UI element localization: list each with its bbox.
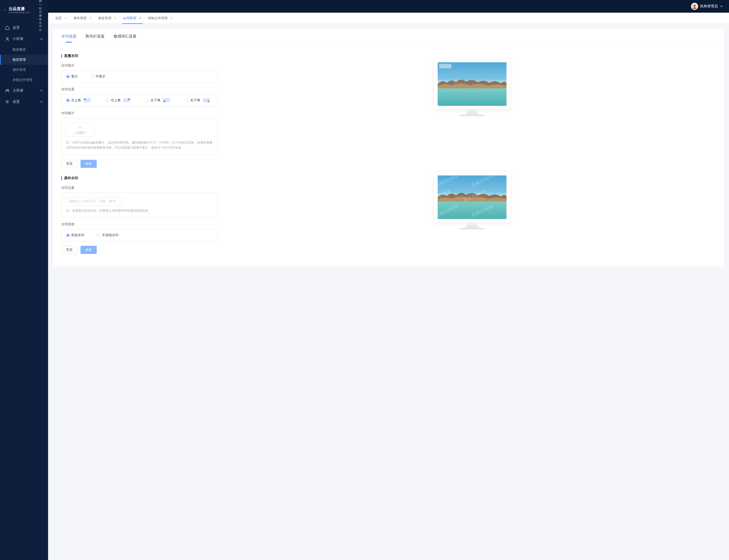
user-icon [5,37,10,41]
radio-add-no[interactable]: 不添加水印 [97,233,118,237]
radio-hide[interactable]: 不显示 [90,74,105,79]
brand-tagline: 教育机构一站 式服务云平台 [39,0,44,32]
thumb-bl-icon [163,98,170,102]
topbar: 机构管理员 [0,0,729,13]
cloud-icon [4,6,7,14]
inner-tabs: 水印设置 跑马灯设置 敏感词汇设置 [53,29,724,43]
field-position: 左上角 右上角 左下角 [61,94,218,106]
plus-icon: + [78,125,82,130]
watermark-text-input[interactable] [66,197,122,206]
radio-icon [66,98,70,102]
svg-point-2 [7,37,8,39]
nav-recording-mgmt[interactable]: 录制文件管理 [0,75,48,85]
label-addwm: 水印添加 [61,222,218,227]
inner-tab-marquee[interactable]: 跑马灯设置 [86,34,105,42]
field-wmtext: 注：若设置为添加水印，对直播上传的课件和生成的回放生效 [61,193,218,217]
label-position: 水印位置 [61,87,218,92]
radio-icon [185,98,189,102]
user-menu[interactable]: 机构管理员 [691,3,723,10]
section-courseware-watermark: 课件水印 [61,176,218,181]
svg-point-4 [8,90,9,91]
save-button-2[interactable]: 保存 [80,246,97,254]
sidebar: 云朵直播 yunduoketang.com 教育机构一站 式服务云平台 首页 小… [0,0,48,560]
chevron-down-icon [40,89,43,92]
radio-pos-bl[interactable]: 左下角 [146,98,170,103]
main: 首页 ✕ 课件管理 ✕ 教室管理 ✕ 全局管理 ✕ 录制文件管理 ✕ 水印设置 … [48,13,729,560]
close-icon[interactable]: ✕ [113,16,117,20]
nav-classroom-mgmt[interactable]: 教室管理 [0,55,48,65]
preview-monitor-1 [434,59,510,116]
gear-icon [5,99,10,104]
inner-tab-watermark[interactable]: 水印设置 [61,34,76,42]
nav-small-class[interactable]: 小班课 [0,33,48,45]
save-button[interactable]: 保存 [80,160,97,168]
field-display: 显示 不显示 [61,70,218,83]
tab-global[interactable]: 全局管理 ✕ [120,13,145,24]
home-icon [5,26,10,30]
radio-icon [66,75,70,78]
preview-monitor-2: 直播水印样本 直播水印样本 直播水印样本 直播水印样本 直播水印样本 直播水印样… [434,172,510,229]
reset-button-2[interactable]: 重置 [61,246,77,254]
upload-button[interactable]: + 上传图片 [66,123,94,137]
radio-show[interactable]: 显示 [66,74,78,79]
radio-pos-tl[interactable]: 左上角 [66,98,91,103]
radio-pos-br[interactable]: 右下角 [185,98,210,103]
tab-classroom[interactable]: 教室管理 ✕ [95,13,120,24]
tab-recording[interactable]: 录制文件管理 ✕ [145,13,176,24]
radio-icon [90,75,94,78]
chevron-down-icon [40,100,43,103]
close-icon[interactable]: ✕ [138,16,142,20]
field-image: + 上传图片 注：水印只支持png格式图片，且必须为透明底。建议最佳图片尺寸：1… [61,118,218,155]
close-icon[interactable]: ✕ [89,16,92,20]
radio-icon [66,233,70,237]
close-icon[interactable]: ✕ [64,16,67,20]
brand-name: 云朵直播 [9,7,30,11]
label-image: 水印图片 [61,111,218,115]
avatar [691,3,698,10]
thumb-tl-icon [84,98,91,102]
tab-courseware[interactable]: 课件管理 ✕ [70,13,95,24]
radio-pos-tr[interactable]: 右上角 [106,98,130,103]
radio-icon [106,98,109,102]
tabs-bar: 首页 ✕ 课件管理 ✕ 教室管理 ✕ 全局管理 ✕ 录制文件管理 ✕ [48,13,729,24]
chevron-up-icon [40,37,43,41]
thumb-br-icon [203,98,210,102]
reset-button[interactable]: 重置 [61,160,77,168]
brand-domain: yunduoketang.com [9,11,30,14]
label-display: 水印显示 [61,63,218,68]
section-live-watermark: 直播水印 [61,54,218,58]
thumb-tr-icon [123,98,130,102]
nav-courseware-mgmt[interactable]: 课件管理 [0,65,48,75]
watermark-preview-box [439,64,451,68]
field-addwm: 添加水印 不添加水印 [61,229,218,241]
wmtext-note: 注：若设置为添加水印，对直播上传的课件和生成的回放生效 [66,208,213,213]
radio-icon [97,233,100,237]
nav: 首页 小班课 数据概览 教室管理 课件管理 录制文件管理 大班课 设置 [0,20,48,107]
nav-data-overview[interactable]: 数据概览 [0,45,48,55]
nav-big-class[interactable]: 大班课 [0,85,48,96]
nav-settings[interactable]: 设置 [0,96,48,107]
svg-point-3 [6,90,7,91]
upload-note: 注：水印只支持png格式图片，且必须为透明底。建议最佳图片尺寸：174*80，大… [66,140,213,150]
users-icon [5,88,10,93]
label-wmtext: 水印文案 [61,186,218,190]
radio-add-yes[interactable]: 添加水印 [66,233,84,237]
chevron-down-icon [720,5,723,8]
logo: 云朵直播 yunduoketang.com 教育机构一站 式服务云平台 [0,0,48,20]
svg-point-5 [7,101,8,103]
tab-home[interactable]: 首页 ✕ [52,13,70,24]
user-name: 机构管理员 [700,4,718,9]
close-icon[interactable]: ✕ [170,16,173,20]
radio-icon [146,98,149,102]
inner-tab-sensitive[interactable]: 敏感词汇设置 [114,34,136,42]
svg-point-1 [694,5,696,7]
